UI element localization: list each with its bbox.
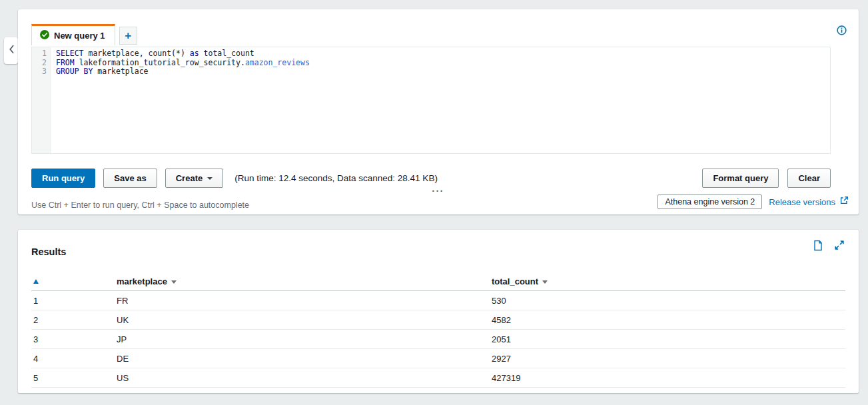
download-results-icon[interactable] [813,240,823,251]
collapse-sidebar-button[interactable] [4,37,18,64]
marketplace-cell: FR [117,296,492,306]
line-number-gutter: 123 [32,47,51,153]
table-row: 2UK4582 [31,310,845,330]
total-count-cell: 427319 [492,373,845,383]
query-tab-bar: New query 1 + [31,24,137,45]
row-number-sort-header[interactable] [33,279,39,284]
marketplace-cell: DE [117,354,492,364]
results-toolbar [813,240,845,251]
tab-new-query-1[interactable]: New query 1 [31,24,115,45]
results-title: Results [31,246,66,257]
code-line: GROUP BY marketplace [56,67,310,77]
row-index-cell: 3 [31,334,117,344]
column-header-label: marketplace [117,276,167,286]
table-row: 3JP2051 [31,330,845,349]
query-success-check-icon [40,30,49,41]
column-menu-icon [171,280,177,284]
total-count-cell: 530 [492,296,845,306]
total-count-cell: 2051 [492,334,845,344]
results-table-body: 1FR5302UK45823JP20514DE29275US427319 [31,291,845,388]
info-icon[interactable] [837,25,847,35]
sql-editor[interactable]: 123 SELECT marketplace, count(*) as tota… [31,47,831,154]
chevron-down-icon [207,177,213,180]
line-number: 1 [32,49,47,59]
keyboard-hint-text: Use Ctrl + Enter to run query, Ctrl + Sp… [31,201,249,210]
engine-version-badge: Athena engine version 2 [657,195,762,209]
code-line: SELECT marketplace, count(*) as total_co… [56,49,310,59]
clear-button[interactable]: Clear [787,169,831,188]
run-query-button[interactable]: Run query [31,169,95,188]
row-index-cell: 1 [31,296,117,306]
row-index-cell: 2 [31,315,117,325]
results-table: marketplace total_count 1FR5302UK45823JP… [31,272,845,388]
create-button[interactable]: Create [165,169,223,188]
table-row: 4DE2927 [31,349,845,368]
run-stats-text: (Run time: 12.4 seconds, Data scanned: 2… [234,173,438,183]
results-panel: Results marketplace total_co [18,230,859,393]
tab-label: New query 1 [54,31,105,41]
total-count-cell: 2927 [492,354,845,364]
row-index-cell: 5 [31,373,117,383]
column-menu-icon [542,280,548,284]
resize-handle-icon[interactable]: ••• [432,188,444,195]
external-link-icon [839,196,849,208]
plus-icon: + [125,29,131,43]
format-query-button[interactable]: Format query [702,169,779,188]
code-lines: SELECT marketplace, count(*) as total_co… [51,47,310,153]
create-button-label: Create [176,173,203,183]
row-index-cell: 4 [31,354,117,364]
code-line: FROM lakeformation_tutorial_row_security… [56,59,310,68]
column-header-label: total_count [492,276,538,286]
line-number: 2 [32,59,47,68]
marketplace-cell: US [117,373,492,383]
new-query-tab-button[interactable]: + [119,27,137,45]
release-versions-link[interactable]: Release versions [769,196,849,208]
table-row: 1FR530 [31,291,845,310]
results-table-header: marketplace total_count [31,272,845,291]
release-versions-link-text[interactable]: Release versions [769,197,835,207]
table-row: 5US427319 [31,368,845,388]
engine-version-row: Athena engine version 2 Release versions [657,195,849,209]
column-header-marketplace[interactable]: marketplace [117,276,177,286]
total-count-cell: 4582 [492,315,845,325]
editor-actions-right: Format query Clear [702,169,831,188]
marketplace-cell: JP [117,334,492,344]
expand-results-icon[interactable] [834,240,845,251]
editor-actions: Run query Save as Create (Run time: 12.4… [31,169,438,188]
column-header-total-count[interactable]: total_count [492,276,548,286]
query-editor-panel: New query 1 + 123 SELECT marketplace, co… [18,9,859,214]
marketplace-cell: UK [117,315,492,325]
save-as-button[interactable]: Save as [103,169,157,188]
sort-ascending-icon [33,279,39,284]
chevron-left-icon [8,45,15,57]
line-number: 3 [32,67,47,77]
